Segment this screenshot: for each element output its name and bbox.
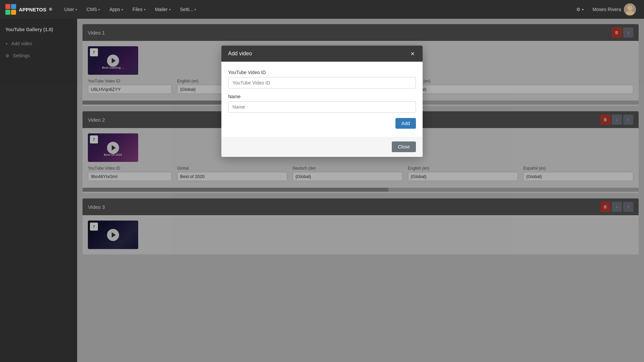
gear-icon: ⚙ [576, 7, 581, 12]
name-form-group: Name [228, 94, 416, 113]
video-id-form-group: YouTube Video ID [228, 70, 416, 88]
caret-icon: ▾ [144, 8, 146, 11]
modal-close-button[interactable]: × [409, 50, 416, 57]
brand-icon-cell-1 [5, 4, 10, 9]
add-button[interactable]: Add [395, 118, 416, 129]
caret-icon: ▾ [75, 8, 77, 11]
modal-body: YouTube Video ID Name Add [221, 62, 423, 137]
caret-icon: ▾ [195, 8, 196, 11]
nav-user[interactable]: User ▾ [60, 5, 81, 14]
navbar-right: ⚙ ▾ Moses Rivera [574, 2, 639, 17]
brand-name: APPNETOS [19, 7, 46, 12]
modal-title: Add video [228, 51, 252, 57]
brand-icon-cell-2 [11, 4, 16, 9]
name-form-input[interactable] [228, 101, 416, 113]
nav-cms[interactable]: CMS ▾ [83, 5, 104, 14]
add-video-modal: Add video × YouTube Video ID Name Add Cl… [221, 46, 423, 157]
nav-items: User ▾ CMS ▾ Apps ▾ Files ▾ Mailer ▾ Set… [60, 5, 574, 14]
svg-point-1 [627, 5, 633, 11]
gear-button[interactable]: ⚙ ▾ [574, 5, 586, 14]
name-form-label: Name [228, 94, 416, 99]
brand-trademark: ® [49, 7, 52, 12]
user-name: Moses Rivera [592, 7, 621, 12]
video-id-form-label: YouTube Video ID [228, 70, 416, 75]
brand-icon-cell-4 [11, 10, 16, 15]
modal-header: Add video × [221, 46, 423, 62]
modal-overlay: Add video × YouTube Video ID Name Add Cl… [0, 19, 644, 362]
avatar [624, 3, 636, 15]
nav-settings[interactable]: Setti... ▾ [176, 5, 201, 14]
brand-icon [5, 4, 16, 15]
nav-mailer[interactable]: Mailer ▾ [151, 5, 175, 14]
brand-icon-cell-3 [5, 10, 10, 15]
nav-files[interactable]: Files ▾ [128, 5, 150, 14]
user-menu[interactable]: Moses Rivera [590, 2, 639, 17]
caret-icon: ▾ [169, 8, 171, 11]
caret-icon: ▾ [121, 8, 123, 11]
nav-apps[interactable]: Apps ▾ [105, 5, 127, 14]
caret-icon: ▾ [98, 8, 100, 11]
navbar: APPNETOS® User ▾ CMS ▾ Apps ▾ Files ▾ Ma… [0, 0, 644, 19]
brand: APPNETOS® [5, 4, 52, 15]
close-button[interactable]: Close [392, 141, 416, 152]
video-id-form-input[interactable] [228, 77, 416, 88]
gear-caret-icon: ▾ [582, 8, 584, 11]
modal-footer: Close [221, 137, 423, 157]
